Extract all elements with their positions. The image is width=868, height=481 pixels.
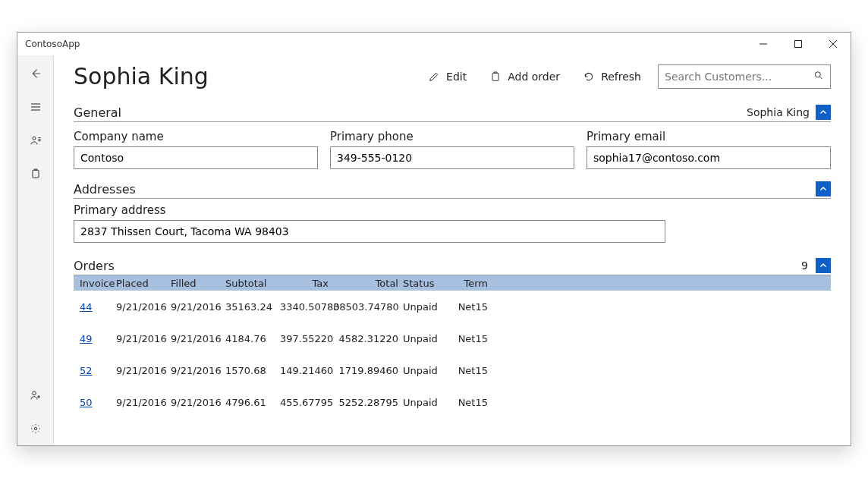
cell-placed: 9/21/2016 [116, 365, 171, 376]
primary-address-label: Primary address [74, 203, 831, 217]
settings-nav-icon[interactable] [17, 412, 54, 445]
table-row[interactable]: 509/21/20169/21/20164796.61455.677955252… [74, 386, 831, 418]
customers-nav-icon[interactable] [17, 124, 54, 157]
svg-point-6 [815, 71, 820, 77]
cell-term: Net15 [447, 365, 492, 376]
cell-filled: 9/21/2016 [171, 365, 225, 376]
refresh-icon [583, 71, 595, 83]
maximize-button[interactable] [781, 33, 816, 55]
col-tax[interactable]: Tax [280, 278, 333, 289]
cell-total: 38503.74780 [333, 301, 403, 313]
window-title: ContosoApp [25, 39, 80, 49]
primary-address-input[interactable] [74, 220, 665, 243]
add-order-button[interactable]: Add order [483, 68, 566, 86]
cell-filled: 9/21/2016 [171, 397, 225, 408]
section-general-header: General Sophia King [74, 105, 831, 122]
col-subtotal[interactable]: Subtotal [225, 278, 280, 289]
cell-filled: 9/21/2016 [171, 333, 225, 344]
cell-subtotal: 35163.24 [225, 301, 280, 313]
svg-point-1 [33, 137, 36, 140]
phone-input[interactable] [330, 146, 574, 169]
invoice-link[interactable]: 49 [80, 333, 93, 344]
email-input[interactable] [587, 146, 831, 169]
collapse-orders-button[interactable] [816, 258, 831, 273]
cell-status: Unpaid [403, 397, 447, 408]
cell-subtotal: 1570.68 [225, 365, 280, 376]
section-addresses-header: Addresses [74, 181, 831, 199]
chevron-up-icon [819, 261, 828, 270]
cell-term: Net15 [447, 397, 492, 408]
table-row[interactable]: 499/21/20169/21/20164184.76397.552204582… [74, 322, 831, 354]
col-placed[interactable]: Placed [116, 278, 171, 289]
cell-total: 1719.89460 [333, 365, 403, 376]
cell-total: 5252.28795 [333, 397, 403, 408]
edit-button[interactable]: Edit [422, 68, 473, 86]
app-window: ContosoApp [17, 32, 851, 446]
cell-tax: 3340.50780 [280, 301, 333, 313]
add-user-nav-icon[interactable] [17, 379, 54, 412]
collapse-general-button[interactable] [816, 105, 831, 120]
chevron-up-icon [819, 108, 828, 117]
cell-status: Unpaid [403, 301, 447, 313]
titlebar: ContosoApp [17, 33, 851, 55]
add-order-label: Add order [508, 71, 560, 83]
search-input[interactable] [659, 65, 830, 88]
cell-tax: 397.55220 [280, 333, 333, 344]
cell-term: Net15 [447, 333, 492, 344]
cell-total: 4582.31220 [333, 333, 403, 344]
pencil-icon [428, 71, 440, 83]
col-filled[interactable]: Filled [171, 278, 225, 289]
svg-point-4 [34, 427, 36, 429]
cell-subtotal: 4184.76 [225, 333, 280, 344]
table-row[interactable]: 529/21/20169/21/20161570.68149.214601719… [74, 354, 831, 386]
orders-count: 9 [801, 259, 808, 272]
cell-placed: 9/21/2016 [116, 333, 171, 344]
cell-status: Unpaid [403, 333, 447, 344]
refresh-button[interactable]: Refresh [577, 68, 647, 86]
close-button[interactable] [816, 33, 851, 55]
orders-nav-icon[interactable] [17, 157, 54, 190]
content-area: Sophia King Edit Add order Refresh [54, 55, 851, 445]
company-label: Company name [74, 130, 318, 143]
section-orders-title: Orders [74, 259, 801, 273]
svg-rect-2 [33, 170, 39, 178]
edit-label: Edit [446, 71, 467, 83]
back-button[interactable] [17, 57, 54, 90]
col-status[interactable]: Status [403, 278, 447, 289]
chevron-up-icon [819, 184, 828, 193]
cell-tax: 149.21460 [280, 365, 333, 376]
svg-rect-0 [795, 41, 802, 48]
invoice-link[interactable]: 52 [80, 365, 93, 376]
search-box[interactable] [658, 64, 831, 89]
svg-point-3 [32, 391, 36, 395]
cell-placed: 9/21/2016 [116, 397, 171, 408]
sidebar [17, 55, 54, 445]
search-icon [813, 70, 824, 83]
col-invoice[interactable]: Invoice [74, 278, 116, 289]
table-row[interactable]: 449/21/20169/21/201635163.243340.5078038… [74, 291, 831, 322]
section-general-title: General [74, 105, 747, 120]
invoice-link[interactable]: 50 [80, 397, 93, 408]
col-total[interactable]: Total [333, 278, 403, 289]
page-header: Sophia King Edit Add order Refresh [74, 63, 831, 90]
cell-subtotal: 4796.61 [225, 397, 280, 408]
refresh-label: Refresh [601, 71, 641, 83]
cell-tax: 455.67795 [280, 397, 333, 408]
cell-status: Unpaid [403, 365, 447, 376]
section-general-badge: Sophia King [747, 106, 810, 118]
cell-term: Net15 [447, 301, 492, 313]
company-input[interactable] [74, 146, 318, 169]
invoice-link[interactable]: 44 [80, 301, 93, 313]
section-orders-header: Orders 9 [74, 258, 831, 275]
orders-grid-body: 449/21/20169/21/201635163.243340.5078038… [74, 291, 831, 445]
clipboard-icon [489, 71, 502, 83]
collapse-addresses-button[interactable] [816, 181, 831, 196]
general-fields: Company name Primary phone Primary email [74, 125, 831, 169]
minimize-button[interactable] [746, 33, 781, 55]
phone-label: Primary phone [330, 130, 574, 143]
orders-column-headers: Invoice Placed Filled Subtotal Tax Total… [74, 275, 831, 291]
cell-placed: 9/21/2016 [116, 301, 171, 313]
page-title: Sophia King [74, 63, 411, 90]
col-term[interactable]: Term [447, 278, 492, 289]
hamburger-button[interactable] [17, 90, 54, 124]
